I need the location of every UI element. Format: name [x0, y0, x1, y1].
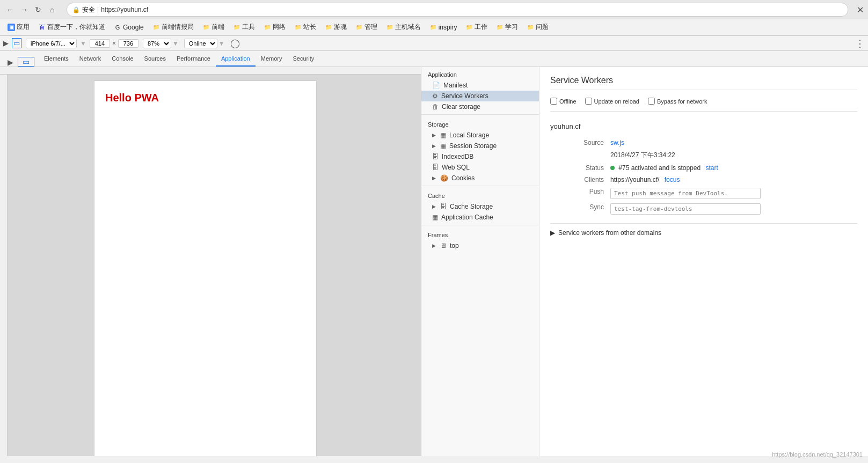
screen-capture-icon[interactable]: ◯ [230, 38, 240, 48]
sidebar-item-application-cache[interactable]: ▦ Application Cache [421, 212, 539, 223]
tab-memory[interactable]: Memory [256, 52, 288, 67]
push-value: Test push message from DevTools. [610, 188, 857, 199]
offline-checkbox[interactable] [550, 98, 557, 105]
bypass-for-network-checkbox-label[interactable]: Bypass for network [648, 98, 707, 105]
bypass-for-network-label: Bypass for network [657, 98, 707, 105]
offline-checkbox-label[interactable]: Offline [550, 98, 577, 105]
bookmark-youhun-label: 游魂 [334, 23, 347, 32]
other-domains-section[interactable]: ▶ Service workers from other domains [550, 223, 857, 242]
titlebar: ← → ↻ ⌂ 🔒 安全 | https://youhun.cf ✕ [0, 0, 868, 19]
manifest-icon: 📄 [432, 82, 440, 89]
bookmark-domain[interactable]: 📁 主机域名 [383, 21, 424, 33]
cursor-icon[interactable]: ▶ [3, 39, 9, 47]
security-label: 安全 [82, 5, 95, 14]
bookmark-qianduan[interactable]: 📁 前端 [199, 21, 228, 33]
bypass-for-network-checkbox[interactable] [648, 98, 655, 105]
bookmark-manage[interactable]: 📁 管理 [352, 21, 381, 33]
sync-input[interactable]: test-tag-from-devtools [610, 203, 761, 215]
security-icon: 🔒 [72, 6, 80, 13]
page-hello-text: Hello PWA [94, 81, 316, 115]
sidebar-item-cookies[interactable]: ▶ 🍪 Cookies [421, 173, 539, 183]
service-workers-icon: ⚙ [432, 92, 438, 100]
received-label-spacer [550, 151, 604, 160]
bookmark-google[interactable]: G Google [111, 23, 147, 32]
sidebar-divider-2 [421, 186, 539, 186]
forward-button[interactable]: → [18, 4, 30, 16]
sidebar-section-frames: Frames [421, 227, 539, 240]
bookmark-baidu[interactable]: 百 百度一下，你就知道 [35, 21, 108, 33]
start-link[interactable]: start [705, 164, 718, 172]
width-input[interactable] [90, 39, 110, 48]
bookmarks-bar: ▣ 应用 百 百度一下，你就知道 G Google 📁 前端情报局 📁 前端 📁… [0, 19, 868, 35]
bookmark-webmaster[interactable]: 📁 站长 [291, 21, 319, 33]
bookmark-apps[interactable]: ▣ 应用 [4, 21, 33, 33]
update-on-reload-checkbox[interactable] [585, 98, 592, 105]
tab-elements[interactable]: Elements [39, 52, 74, 67]
expander-cookies: ▶ [432, 175, 436, 181]
refresh-button[interactable]: ↻ [32, 4, 44, 16]
sidebar-item-web-sql[interactable]: 🗄 Web SQL [421, 162, 539, 173]
sidebar-top-label: top [450, 242, 459, 249]
home-button[interactable]: ⌂ [46, 4, 58, 16]
expander-top: ▶ [432, 243, 436, 248]
responsive-icon[interactable]: ▭ [12, 38, 21, 48]
expander-local-storage: ▶ [432, 133, 436, 138]
bookmark-youhun[interactable]: 📁 游魂 [322, 21, 350, 33]
folder-icon-11: 📁 [496, 24, 504, 31]
bookmark-qianduan-label: 前端 [211, 23, 224, 32]
tab-console[interactable]: Console [106, 52, 138, 67]
bookmark-webmaster-label: 站长 [303, 23, 316, 32]
bookmark-domain-label: 主机域名 [395, 23, 421, 32]
sidebar-item-manifest[interactable]: 📄 Manifest [421, 80, 539, 91]
bookmark-network[interactable]: 📁 网络 [260, 21, 289, 33]
sidebar-item-indexeddb[interactable]: 🗄 IndexedDB [421, 151, 539, 162]
bookmark-issue[interactable]: 📁 问题 [523, 21, 552, 33]
sidebar-item-session-storage[interactable]: ▶ ▦ Session Storage [421, 141, 539, 151]
tab-performance[interactable]: Performance [171, 52, 216, 67]
maximize-button[interactable]: ✕ [857, 5, 864, 15]
sidebar-item-clear-storage[interactable]: 🗑 Clear storage [421, 101, 539, 112]
baidu-icon: 百 [38, 24, 46, 31]
options-row: Offline Update on reload Bypass for netw… [550, 98, 857, 112]
clear-storage-icon: 🗑 [432, 103, 439, 111]
sidebar-section-cache: Cache [421, 188, 539, 201]
bookmark-work[interactable]: 📁 工作 [462, 21, 491, 33]
tab-security[interactable]: Security [287, 52, 319, 67]
bookmark-qianduan-news[interactable]: 📁 前端情报局 [149, 21, 197, 33]
focus-link[interactable]: focus [665, 176, 680, 183]
google-icon: G [114, 24, 121, 31]
push-input[interactable]: Test push message from DevTools. [610, 188, 761, 199]
sidebar-item-service-workers[interactable]: ⚙ Service Workers [421, 91, 539, 101]
bookmark-tools[interactable]: 📁 工具 [230, 21, 258, 33]
tab-application[interactable]: Application [216, 52, 256, 67]
device-select[interactable]: iPhone 6/7/... [26, 39, 77, 48]
device-mode-icon[interactable]: ▭ [18, 57, 34, 67]
application-cache-icon: ▦ [432, 214, 438, 221]
zoom-select[interactable]: 87% [143, 39, 171, 48]
main-content: Hello PWA Application 📄 Manifest ⚙ Servi… [0, 67, 868, 456]
session-storage-icon: ▦ [440, 142, 446, 150]
sidebar-clear-storage-label: Clear storage [442, 103, 480, 111]
inspect-element-icon[interactable]: ▶ [3, 58, 18, 67]
indexeddb-icon: 🗄 [432, 153, 439, 160]
height-input[interactable] [118, 39, 138, 48]
back-button[interactable]: ← [4, 4, 16, 16]
sidebar-item-top[interactable]: ▶ 🖥 top [421, 240, 539, 251]
network-throttle-select[interactable]: Online [184, 39, 217, 48]
dimension-separator: × [112, 40, 116, 47]
sidebar-item-local-storage[interactable]: ▶ ▦ Local Storage [421, 130, 539, 141]
folder-icon-9: 📁 [429, 24, 437, 31]
clients-label: Clients [550, 176, 604, 183]
bookmark-study[interactable]: 📁 学习 [493, 21, 521, 33]
more-options-button[interactable]: ⋮ [855, 38, 865, 49]
bookmark-inspiry[interactable]: 📁 inspiry [426, 23, 461, 32]
update-on-reload-checkbox-label[interactable]: Update on reload [585, 98, 639, 105]
sidebar-item-cache-storage[interactable]: ▶ 🗄 Cache Storage [421, 201, 539, 212]
source-link[interactable]: sw.js [610, 139, 624, 146]
address-bar[interactable]: 🔒 安全 | https://youhun.cf [67, 3, 848, 17]
status-text: #75 activated and is stopped [618, 164, 701, 172]
tab-sources[interactable]: Sources [139, 52, 171, 67]
sidebar-web-sql-label: Web SQL [442, 164, 470, 171]
detail-panel: Service Workers Offline Update on reload… [539, 67, 868, 456]
tab-network[interactable]: Network [74, 52, 106, 67]
